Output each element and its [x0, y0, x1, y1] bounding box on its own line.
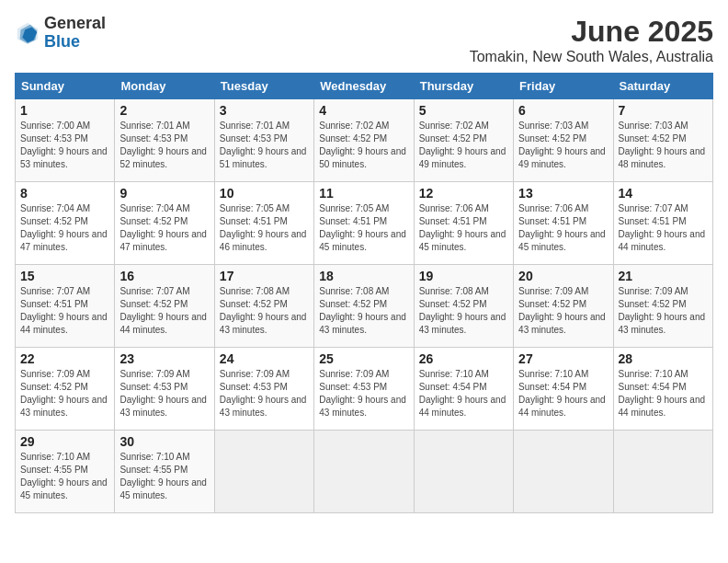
day-info: Sunrise: 7:09 AM Sunset: 4:53 PM Dayligh…: [220, 368, 309, 419]
day-number: 17: [220, 269, 309, 283]
calendar-cell: 3 Sunrise: 7:01 AM Sunset: 4:53 PM Dayli…: [214, 99, 313, 182]
day-info: Sunrise: 7:07 AM Sunset: 4:51 PM Dayligh…: [20, 285, 109, 337]
calendar-cell: 17 Sunrise: 7:08 AM Sunset: 4:52 PM Dayl…: [214, 265, 313, 348]
day-number: 10: [220, 186, 309, 201]
calendar-cell: 19 Sunrise: 7:08 AM Sunset: 4:52 PM Dayl…: [414, 265, 513, 348]
calendar-cell: 8 Sunrise: 7:04 AM Sunset: 4:52 PM Dayli…: [16, 182, 115, 265]
day-number: 4: [319, 103, 408, 118]
calendar-cell: 20 Sunrise: 7:09 AM Sunset: 4:52 PM Dayl…: [514, 265, 613, 348]
calendar-cell: 25 Sunrise: 7:09 AM Sunset: 4:53 PM Dayl…: [314, 348, 414, 431]
calendar-cell: 11 Sunrise: 7:05 AM Sunset: 4:51 PM Dayl…: [314, 182, 414, 265]
calendar-cell: 18 Sunrise: 7:08 AM Sunset: 4:52 PM Dayl…: [314, 265, 414, 348]
calendar-cell: 27 Sunrise: 7:10 AM Sunset: 4:54 PM Dayl…: [514, 348, 613, 431]
calendar-cell: 1 Sunrise: 7:00 AM Sunset: 4:53 PM Dayli…: [16, 99, 115, 182]
day-number: 26: [419, 351, 508, 366]
day-info: Sunrise: 7:07 AM Sunset: 4:51 PM Dayligh…: [619, 202, 708, 254]
calendar-cell: 30 Sunrise: 7:10 AM Sunset: 4:55 PM Dayl…: [115, 431, 214, 513]
day-info: Sunrise: 7:09 AM Sunset: 4:53 PM Dayligh…: [119, 368, 209, 419]
logo: General Blue: [15, 15, 106, 52]
day-number: 12: [419, 186, 508, 201]
day-number: 29: [20, 434, 109, 449]
calendar-cell: 24 Sunrise: 7:09 AM Sunset: 4:53 PM Dayl…: [214, 348, 313, 431]
calendar-cell: 10 Sunrise: 7:05 AM Sunset: 4:51 PM Dayl…: [214, 182, 313, 265]
day-info: Sunrise: 7:08 AM Sunset: 4:52 PM Dayligh…: [419, 285, 508, 337]
day-info: Sunrise: 7:06 AM Sunset: 4:51 PM Dayligh…: [419, 202, 508, 254]
logo-blue-text: Blue: [44, 32, 80, 51]
calendar-week-row: 15 Sunrise: 7:07 AM Sunset: 4:51 PM Dayl…: [16, 265, 713, 348]
page-container: General Blue June 2025 Tomakin, New Sout…: [15, 15, 713, 513]
calendar-cell: 4 Sunrise: 7:02 AM Sunset: 4:52 PM Dayli…: [314, 99, 414, 182]
calendar-cell: 15 Sunrise: 7:07 AM Sunset: 4:51 PM Dayl…: [16, 265, 115, 348]
day-info: Sunrise: 7:10 AM Sunset: 4:55 PM Dayligh…: [20, 451, 109, 502]
weekday-header-monday: Monday: [115, 74, 214, 99]
day-info: Sunrise: 7:05 AM Sunset: 4:51 PM Dayligh…: [220, 202, 309, 254]
day-number: 30: [119, 434, 209, 449]
day-number: 21: [619, 269, 708, 283]
calendar-week-row: 8 Sunrise: 7:04 AM Sunset: 4:52 PM Dayli…: [16, 182, 713, 265]
weekday-header-sunday: Sunday: [16, 74, 115, 99]
day-info: Sunrise: 7:02 AM Sunset: 4:52 PM Dayligh…: [319, 120, 408, 171]
calendar-cell: [414, 431, 513, 513]
day-info: Sunrise: 7:02 AM Sunset: 4:52 PM Dayligh…: [419, 120, 508, 171]
day-number: 8: [20, 186, 109, 201]
calendar-cell: 7 Sunrise: 7:03 AM Sunset: 4:52 PM Dayli…: [613, 99, 712, 182]
day-info: Sunrise: 7:03 AM Sunset: 4:52 PM Dayligh…: [619, 120, 708, 171]
calendar-cell: 14 Sunrise: 7:07 AM Sunset: 4:51 PM Dayl…: [613, 182, 712, 265]
calendar-cell: 12 Sunrise: 7:06 AM Sunset: 4:51 PM Dayl…: [414, 182, 513, 265]
weekday-header-wednesday: Wednesday: [314, 74, 414, 99]
calendar-week-row: 1 Sunrise: 7:00 AM Sunset: 4:53 PM Dayli…: [16, 99, 713, 182]
day-info: Sunrise: 7:06 AM Sunset: 4:51 PM Dayligh…: [518, 202, 608, 254]
day-number: 18: [319, 269, 408, 283]
day-number: 3: [220, 103, 309, 118]
weekday-header-tuesday: Tuesday: [214, 74, 313, 99]
weekday-header-thursday: Thursday: [414, 74, 513, 99]
calendar-cell: [613, 431, 712, 513]
calendar-cell: 6 Sunrise: 7:03 AM Sunset: 4:52 PM Dayli…: [514, 99, 613, 182]
calendar-cell: 22 Sunrise: 7:09 AM Sunset: 4:52 PM Dayl…: [16, 348, 115, 431]
calendar-cell: 5 Sunrise: 7:02 AM Sunset: 4:52 PM Dayli…: [414, 99, 513, 182]
day-info: Sunrise: 7:01 AM Sunset: 4:53 PM Dayligh…: [119, 120, 209, 171]
day-info: Sunrise: 7:09 AM Sunset: 4:52 PM Dayligh…: [518, 285, 608, 337]
day-number: 11: [319, 186, 408, 201]
calendar-cell: 16 Sunrise: 7:07 AM Sunset: 4:52 PM Dayl…: [115, 265, 214, 348]
day-info: Sunrise: 7:09 AM Sunset: 4:53 PM Dayligh…: [319, 368, 408, 419]
day-info: Sunrise: 7:08 AM Sunset: 4:52 PM Dayligh…: [319, 285, 408, 337]
day-number: 2: [119, 103, 209, 118]
day-number: 25: [319, 351, 408, 366]
day-number: 5: [419, 103, 508, 118]
calendar-cell: [314, 431, 414, 513]
day-number: 19: [419, 269, 508, 283]
day-number: 24: [220, 351, 309, 366]
calendar-cell: 13 Sunrise: 7:06 AM Sunset: 4:51 PM Dayl…: [514, 182, 613, 265]
month-title: June 2025: [470, 15, 713, 49]
weekday-header-row: SundayMondayTuesdayWednesdayThursdayFrid…: [16, 74, 713, 99]
day-info: Sunrise: 7:04 AM Sunset: 4:52 PM Dayligh…: [119, 202, 209, 254]
day-info: Sunrise: 7:10 AM Sunset: 4:55 PM Dayligh…: [119, 451, 209, 502]
day-number: 1: [20, 103, 109, 118]
day-number: 15: [20, 269, 109, 283]
day-number: 16: [119, 269, 209, 283]
day-number: 28: [619, 351, 708, 366]
day-info: Sunrise: 7:04 AM Sunset: 4:52 PM Dayligh…: [20, 202, 109, 254]
calendar-cell: 23 Sunrise: 7:09 AM Sunset: 4:53 PM Dayl…: [115, 348, 214, 431]
day-info: Sunrise: 7:10 AM Sunset: 4:54 PM Dayligh…: [419, 368, 508, 419]
title-section: June 2025 Tomakin, New South Wales, Aust…: [470, 15, 713, 65]
calendar-table: SundayMondayTuesdayWednesdayThursdayFrid…: [15, 73, 713, 513]
weekday-header-saturday: Saturday: [613, 74, 712, 99]
day-info: Sunrise: 7:10 AM Sunset: 4:54 PM Dayligh…: [619, 368, 708, 419]
day-number: 23: [119, 351, 209, 366]
location-title: Tomakin, New South Wales, Australia: [470, 49, 713, 65]
calendar-cell: 28 Sunrise: 7:10 AM Sunset: 4:54 PM Dayl…: [613, 348, 712, 431]
calendar-cell: 26 Sunrise: 7:10 AM Sunset: 4:54 PM Dayl…: [414, 348, 513, 431]
logo-general-text: General: [44, 14, 106, 32]
day-number: 9: [119, 186, 209, 201]
logo-text: General Blue: [44, 15, 106, 52]
day-info: Sunrise: 7:09 AM Sunset: 4:52 PM Dayligh…: [619, 285, 708, 337]
calendar-week-row: 22 Sunrise: 7:09 AM Sunset: 4:52 PM Dayl…: [16, 348, 713, 431]
calendar-cell: 29 Sunrise: 7:10 AM Sunset: 4:55 PM Dayl…: [16, 431, 115, 513]
weekday-header-friday: Friday: [514, 74, 613, 99]
day-number: 27: [518, 351, 608, 366]
day-number: 14: [619, 186, 708, 201]
day-number: 13: [518, 186, 608, 201]
calendar-cell: [214, 431, 313, 513]
